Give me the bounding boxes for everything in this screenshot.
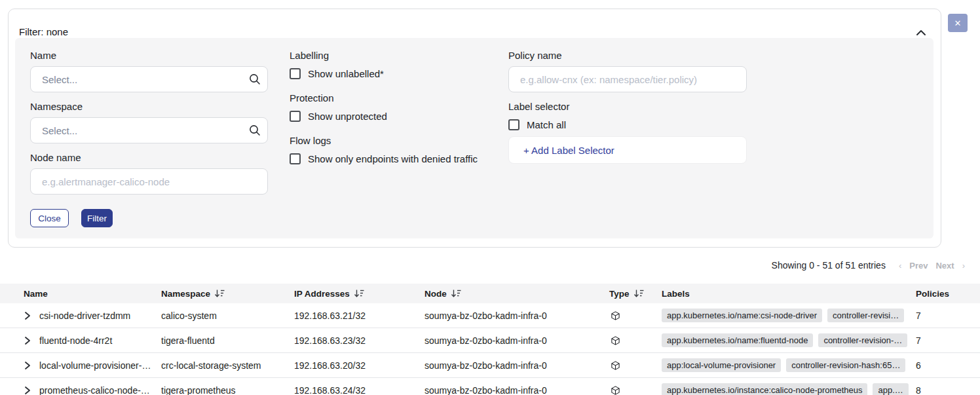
denied-traffic-checkbox-row[interactable]: Show only endpoints with denied traffic — [290, 153, 478, 164]
show-unprotected-checkbox-row[interactable]: Show unprotected — [290, 111, 387, 122]
column-header-labels: Labels — [662, 289, 916, 299]
flow-logs-section-label: Flow logs — [290, 135, 331, 146]
filter-button[interactable]: Filter — [81, 209, 113, 227]
show-unprotected-label: Show unprotected — [308, 111, 387, 122]
column-header-policies: Policies — [916, 289, 980, 299]
column-header-ip-addresses[interactable]: IP Addresses — [294, 289, 424, 299]
namespace-cell: calico-system — [161, 310, 294, 321]
type-cell — [609, 385, 662, 395]
label-chip: controller-revision-… — [818, 333, 907, 347]
row-expand-button[interactable] — [24, 311, 39, 320]
table-row: fluentd-node-4rr2ttigera-fluentd192.168.… — [0, 328, 980, 353]
ip-addresses-cell: 192.168.63.21/32 — [294, 310, 424, 321]
filter-card: Name Namespace Node name Close Filter La… — [15, 38, 933, 238]
node-cell: soumya-bz-0zbo-kadm-infra-0 — [424, 360, 609, 371]
row-expand-button[interactable] — [24, 361, 39, 370]
match-all-label: Match all — [527, 119, 566, 130]
filter-panel-title: Filter: none — [19, 26, 68, 37]
ip-addresses-cell: 192.168.63.24/32 — [294, 385, 424, 395]
close-button[interactable]: Close — [30, 209, 69, 227]
endpoint-name-cell: local-volume-provisioner-… — [39, 360, 161, 371]
sort-icon — [214, 289, 225, 298]
sort-icon — [354, 289, 364, 298]
label-chip: app.kubernetes.io/instance:calico-node-p… — [662, 383, 867, 395]
node-cell: soumya-bz-0zbo-kadm-infra-0 — [424, 310, 609, 321]
column-header-label: Name — [24, 289, 48, 299]
pagination-bar: Showing 0 - 51 of 51 entries ‹ Prev Next… — [772, 260, 969, 271]
node-name-input[interactable] — [30, 168, 268, 195]
policies-cell: 7 — [916, 310, 980, 321]
labels-cell: app.kubernetes.io/name:fluentd-nodecontr… — [662, 333, 916, 347]
column-header-label: Node — [424, 289, 447, 299]
column-header-label: Labels — [662, 289, 690, 299]
ip-addresses-cell: 192.168.63.23/32 — [294, 335, 424, 346]
column-header-type[interactable]: Type — [609, 289, 662, 299]
pod-cube-icon — [611, 310, 620, 321]
policies-cell: 7 — [916, 335, 980, 346]
label-selector-section-label: Label selector — [508, 101, 569, 112]
table-row: local-volume-provisioner-…crc-local-stor… — [0, 353, 980, 378]
endpoint-name-cell: csi-node-driver-tzdmm — [39, 310, 161, 321]
show-unlabelled-checkbox-row[interactable]: Show unlabelled* — [290, 68, 384, 79]
type-cell — [609, 310, 662, 321]
node-cell: soumya-bz-0zbo-kadm-infra-0 — [424, 385, 609, 395]
denied-traffic-label: Show only endpoints with denied traffic — [308, 153, 478, 164]
prev-chevron-icon[interactable]: ‹ — [895, 261, 905, 271]
chevron-up-icon — [916, 29, 926, 36]
type-cell — [609, 335, 662, 346]
ip-addresses-cell: 192.168.63.20/32 — [294, 360, 424, 371]
endpoint-name-cell: fluentd-node-4rr2t — [39, 335, 161, 346]
name-select-input[interactable] — [30, 66, 268, 92]
namespace-cell: tigera-prometheus — [161, 385, 294, 395]
pod-cube-icon — [611, 335, 620, 346]
show-unlabelled-label: Show unlabelled* — [308, 68, 384, 79]
policy-name-input[interactable] — [508, 66, 747, 92]
match-all-checkbox-row[interactable]: Match all — [508, 119, 566, 130]
sort-icon — [633, 289, 644, 298]
labels-cell: app:local-volume-provisionercontroller-r… — [662, 358, 916, 372]
column-header-node[interactable]: Node — [424, 289, 609, 299]
dismiss-filter-button[interactable]: ✕ — [948, 14, 968, 32]
show-unprotected-checkbox[interactable] — [290, 111, 301, 122]
table-row: csi-node-driver-tzdmmcalico-system192.16… — [0, 303, 980, 328]
entries-summary: Showing 0 - 51 of 51 entries — [772, 260, 886, 271]
column-header-namespace[interactable]: Namespace — [161, 289, 294, 299]
denied-traffic-checkbox[interactable] — [290, 153, 301, 164]
add-label-selector-button[interactable]: + Add Label Selector — [508, 136, 747, 164]
labels-cell: app.kubernetes.io/name:csi-node-driverco… — [662, 309, 916, 322]
protection-section-label: Protection — [290, 92, 334, 103]
next-button[interactable]: Next — [932, 261, 958, 271]
chevron-right-icon — [24, 336, 31, 345]
labelling-section-label: Labelling — [290, 50, 329, 61]
column-header-label: Namespace — [161, 289, 210, 299]
label-chip: controller-revision-hash:65… — [786, 358, 905, 372]
label-chip: app.… — [873, 383, 908, 395]
row-expand-button[interactable] — [24, 336, 39, 345]
namespace-cell: tigera-fluentd — [161, 335, 294, 346]
namespace-cell: crc-local-storage-system — [161, 360, 294, 371]
chevron-right-icon — [24, 361, 31, 370]
filter-panel: Filter: none Name Namespace Node name Cl… — [8, 9, 941, 248]
show-unlabelled-checkbox[interactable] — [290, 68, 301, 79]
label-chip: app.kubernetes.io/name:csi-node-driver — [662, 309, 822, 322]
endpoints-table: NameNamespaceIP AddressesNodeTypeLabelsP… — [0, 284, 980, 395]
table-body: csi-node-driver-tzdmmcalico-system192.16… — [0, 303, 980, 395]
node-cell: soumya-bz-0zbo-kadm-infra-0 — [424, 335, 609, 346]
label-chip: app:local-volume-provisioner — [662, 358, 781, 372]
next-chevron-icon[interactable]: › — [958, 261, 969, 271]
sort-icon — [451, 289, 461, 298]
match-all-checkbox[interactable] — [508, 119, 519, 130]
pod-cube-icon — [611, 360, 620, 371]
node-name-field-label: Node name — [30, 152, 81, 163]
policies-cell: 6 — [916, 360, 980, 371]
type-cell — [609, 360, 662, 371]
namespace-select-input[interactable] — [30, 117, 268, 143]
row-expand-button[interactable] — [24, 386, 39, 395]
prev-button[interactable]: Prev — [905, 261, 932, 271]
column-header-label: Type — [609, 289, 630, 299]
column-header-label: IP Addresses — [294, 289, 350, 299]
label-chip: app.kubernetes.io/name:fluentd-node — [662, 333, 813, 347]
policy-name-field-label: Policy name — [508, 50, 562, 61]
column-header-name: Name — [24, 289, 161, 299]
labels-cell: app.kubernetes.io/instance:calico-node-p… — [662, 383, 916, 395]
